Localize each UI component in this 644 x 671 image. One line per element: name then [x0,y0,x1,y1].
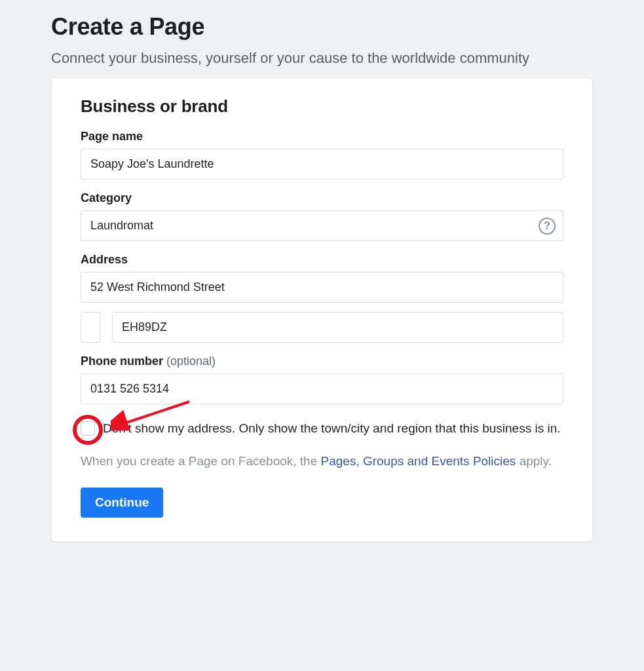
category-label: Category [81,191,563,205]
help-icon[interactable]: ? [539,218,556,235]
policy-link[interactable]: Pages, Groups and Events Policies [321,454,516,468]
page-name-input[interactable] [81,149,563,180]
page-name-field: Page name [81,130,563,180]
category-input[interactable] [81,210,563,241]
address-field: Address [81,253,563,343]
hide-address-row: Don't show my address. Only show the tow… [81,420,563,438]
continue-button[interactable]: Continue [81,488,163,518]
street-input[interactable] [81,272,563,303]
phone-input[interactable] [81,374,563,404]
address-label: Address [81,253,563,267]
form-card: Business or brand Page name Category ? A… [51,77,593,542]
page-subtitle: Connect your business, yourself or your … [51,50,593,67]
city-input[interactable] [81,312,100,343]
policy-text: When you create a Page on Facebook, the … [81,452,563,471]
phone-optional-text: (optional) [163,355,216,368]
policy-suffix: apply. [516,454,552,468]
phone-field: Phone number (optional) [81,355,563,404]
postal-input[interactable] [112,312,563,343]
page-name-label: Page name [81,130,563,144]
phone-label-text: Phone number [81,355,163,368]
phone-label: Phone number (optional) [81,355,563,368]
category-field: Category ? [81,191,563,241]
policy-prefix: When you create a Page on Facebook, the [81,454,321,468]
page-title: Create a Page [51,13,593,41]
hide-address-label: Don't show my address. Only show the tow… [103,420,561,438]
section-title: Business or brand [81,96,563,117]
hide-address-checkbox[interactable] [81,421,95,436]
